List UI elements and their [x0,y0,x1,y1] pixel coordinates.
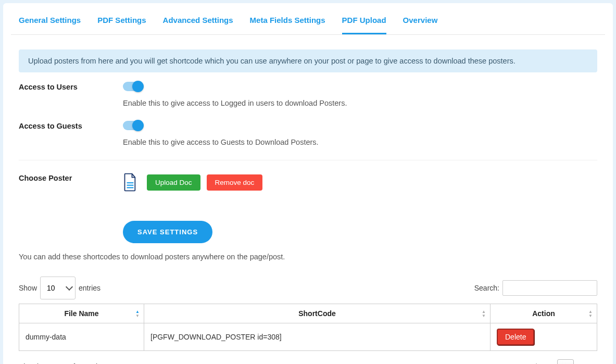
sort-icon: ▲▼ [588,310,593,318]
cell-shortcode: [PGFW_DOWNLOAD_POSTER id=308] [144,323,491,351]
access-users-toggle[interactable] [123,82,142,91]
col-shortcode[interactable]: ShortCode ▲▼ [144,304,491,323]
choose-poster-label: Choose Poster [19,173,123,182]
save-settings-button[interactable]: SAVE SETTINGS [123,221,212,243]
col-file-name[interactable]: File Name ▲▼ [19,304,144,323]
upload-notice: Upload posters from here and you will ge… [19,49,597,72]
pagination: Previous 1 Next [521,359,597,364]
access-users-label: Access to Users [19,82,123,91]
svg-rect-2 [127,187,134,188]
page-size-value[interactable]: 10 [47,284,61,292]
sort-icon: ▲▼ [135,310,140,318]
shortcodes-table: File Name ▲▼ ShortCode ▲▼ Action ▲▼ dumm… [19,304,597,351]
page-number[interactable]: 1 [557,359,574,364]
svg-rect-0 [127,182,134,183]
table-row: dummy-data [PGFW_DOWNLOAD_POSTER id=308]… [19,323,597,351]
tab-pdf-upload[interactable]: PDF Upload [342,16,386,34]
search-input[interactable] [502,280,597,296]
sort-icon: ▲▼ [482,310,486,318]
access-guests-label: Access to Guests [19,121,123,130]
upload-doc-button[interactable]: Upload Doc [147,174,200,191]
access-guests-description: Enable this to give access to Guests to … [123,138,597,146]
access-guests-toggle[interactable] [123,121,142,130]
document-icon [123,173,137,192]
tab-pdf-settings[interactable]: PDF Settings [97,16,146,34]
access-users-description: Enable this to give access to Logged in … [123,99,597,107]
shortcode-help-text: You can add these shortcodes to download… [19,253,597,261]
col-action[interactable]: Action ▲▼ [491,304,597,323]
search-label: Search: [474,284,499,292]
cell-file-name: dummy-data [19,323,144,351]
delete-button[interactable]: Delete [497,329,534,345]
tabs-bar: General Settings PDF Settings Advanced S… [11,3,605,35]
tab-general-settings[interactable]: General Settings [19,16,81,34]
remove-doc-button[interactable]: Remove doc [207,174,263,191]
page-size-select[interactable]: 10 [40,277,76,299]
chevron-down-icon [66,283,73,291]
tab-advanced-settings[interactable]: Advanced Settings [163,16,233,34]
show-label: Show [19,284,37,292]
svg-rect-1 [127,185,134,186]
tab-meta-fields-settings[interactable]: Meta Fields Settings [250,16,325,34]
entries-label: entries [79,284,100,292]
divider [19,160,597,160]
tab-overview[interactable]: Overview [403,16,438,34]
